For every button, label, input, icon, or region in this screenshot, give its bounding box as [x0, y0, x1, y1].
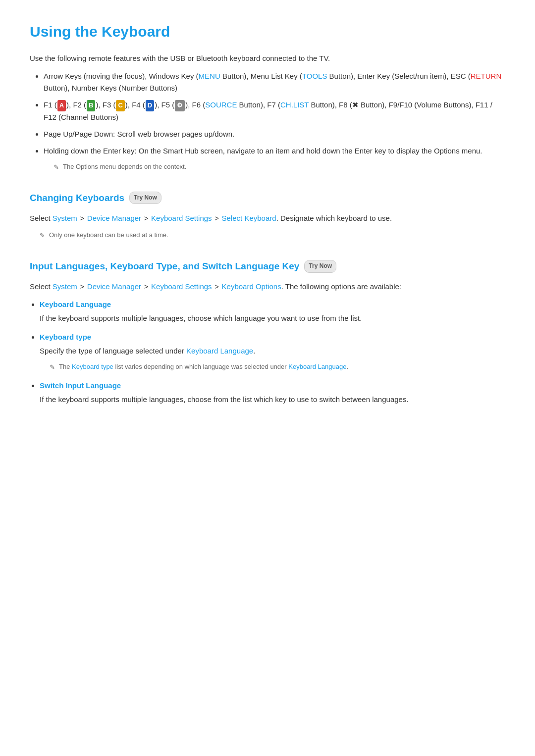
f1-label: F1 (	[44, 101, 57, 109]
section1-arrow1: >	[78, 214, 86, 222]
section2-keyboard-settings: Keyboard Settings	[151, 282, 212, 291]
chlist-link: CH.LIST	[280, 101, 309, 109]
key-b: B	[87, 100, 95, 111]
tools-link: TOOLS	[302, 72, 327, 80]
pencil-icon: ✎	[54, 162, 59, 173]
f8-icon: ✖	[352, 101, 359, 109]
key-d: D	[146, 100, 154, 111]
options-list: Keyboard Language If the keyboard suppor…	[40, 299, 505, 405]
f6-label: ), F6 (	[185, 101, 205, 109]
pencil-icon-3: ✎	[50, 362, 55, 373]
bullet1-mid2: Button), Enter Key (Select/run item), ES…	[327, 72, 470, 80]
switch-input-text: If the keyboard supports multiple langua…	[40, 395, 409, 403]
kb-type-note-link2: Keyboard Language	[288, 363, 346, 370]
section2-heading: Input Languages, Keyboard Type, and Swit…	[30, 259, 505, 274]
f8-label: Button), F8 (	[309, 101, 352, 109]
options-note: ✎ The Options menu depends on the contex…	[54, 162, 505, 173]
f7-label: Button), F7 (	[237, 101, 280, 109]
section1-note-text: Only one keyboard can be used at a time.	[49, 230, 168, 241]
list-item-switch-input: Switch Input Language If the keyboard su…	[40, 380, 505, 405]
return-link: RETURN	[471, 72, 502, 80]
bullet1-end: Button), Number Keys (Number Buttons)	[44, 84, 177, 92]
key-a: A	[57, 100, 66, 111]
menu-link: MENU	[199, 72, 220, 80]
f5-label: ), F5 (	[155, 101, 174, 109]
switch-input-title: Switch Input Language	[40, 380, 505, 392]
section2-arrow3: >	[213, 283, 221, 291]
section2-title: Input Languages, Keyboard Type, and Swit…	[30, 259, 299, 274]
f3-label: ), F3 (	[96, 101, 115, 109]
main-bullet-list: Arrow Keys (moving the focus), Windows K…	[44, 70, 505, 173]
section2-try-now[interactable]: Try Now	[304, 260, 336, 272]
page-title: Using the Keyboard	[30, 20, 505, 44]
section1-body: Select System > Device Manager > Keyboar…	[30, 212, 505, 224]
options-note-text: The Options menu depends on the context.	[63, 162, 186, 172]
kb-type-note-link1: Keyboard type	[72, 363, 113, 370]
section1-body-text: Select	[30, 214, 53, 222]
section2-body: Select System > Device Manager > Keyboar…	[30, 281, 505, 293]
section2-system: System	[53, 282, 77, 291]
bullet-item-3: Page Up/Page Down: Scroll web browser pa…	[44, 128, 505, 140]
key-settings: ⚙	[175, 100, 185, 111]
section2-device-manager: Device Manager	[87, 282, 141, 291]
section2-body-text: Select	[30, 282, 53, 291]
section1-keyboard-settings: Keyboard Settings	[151, 214, 212, 222]
key-c: C	[116, 100, 124, 111]
kb-type-link: Keyboard Language	[186, 347, 253, 355]
list-item-keyboard-language: Keyboard Language If the keyboard suppor…	[40, 299, 505, 324]
kb-language-title: Keyboard Language	[40, 299, 505, 310]
section1-title: Changing Keyboards	[30, 191, 124, 205]
section1-try-now[interactable]: Try Now	[129, 192, 161, 204]
kb-type-period: .	[253, 347, 255, 355]
bullet-item-2: F1 (A), F2 (B), F3 (C), F4 (D), F5 (⚙), …	[44, 99, 505, 123]
bullet-item-1: Arrow Keys (moving the focus), Windows K…	[44, 70, 505, 94]
kb-type-title: Keyboard type	[40, 331, 505, 343]
section1-body-end: . Designate which keyboard to use.	[276, 214, 392, 222]
section1-system: System	[53, 214, 77, 222]
bullet1-mid1: Button), Menu List Key (	[220, 72, 302, 80]
section1-heading: Changing Keyboards Try Now	[30, 191, 505, 205]
bullet1-text-before: Arrow Keys (moving the focus), Windows K…	[44, 72, 199, 80]
section1-arrow3: >	[213, 214, 221, 222]
section2-arrow1: >	[78, 283, 86, 291]
section2-arrow2: >	[142, 283, 150, 291]
section2-keyboard-options: Keyboard Options	[222, 282, 281, 291]
kb-language-text: If the keyboard supports multiple langua…	[40, 314, 362, 322]
section1-note: ✎ Only one keyboard can be used at a tim…	[40, 230, 505, 241]
pageupdown-text: Page Up/Page Down: Scroll web browser pa…	[44, 130, 234, 138]
section1-device-manager: Device Manager	[87, 214, 141, 222]
kb-type-note: ✎ The Keyboard type list varies dependin…	[50, 362, 505, 373]
bullet-item-4: Holding down the Enter key: On the Smart…	[44, 145, 505, 173]
kb-type-note-text: The Keyboard type list varies depending …	[59, 362, 348, 372]
f2-label: ), F2 (	[66, 101, 86, 109]
holdenter-text: Holding down the Enter key: On the Smart…	[44, 147, 482, 155]
intro-text: Use the following remote features with t…	[30, 52, 505, 64]
section1-select-keyboard: Select Keyboard	[222, 214, 276, 222]
section1-arrow2: >	[142, 214, 150, 222]
source-link: SOURCE	[205, 101, 237, 109]
kb-type-text: Specify the type of language selected un…	[40, 347, 186, 355]
list-item-keyboard-type: Keyboard type Specify the type of langua…	[40, 331, 505, 373]
f4-label: ), F4 (	[125, 101, 145, 109]
pencil-icon-2: ✎	[40, 231, 45, 241]
section2-body-end: . The following options are available:	[281, 282, 401, 291]
